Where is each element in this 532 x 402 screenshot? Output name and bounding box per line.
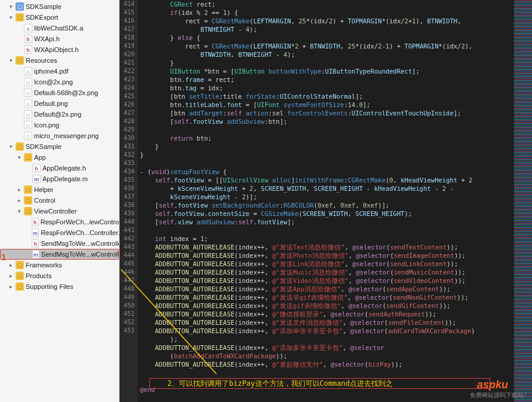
watermark-logo: aspku	[477, 379, 508, 391]
file-icon: ▢	[16, 13, 24, 22]
file-icon: a	[24, 24, 32, 32]
tree-item[interactable]: mRespForWeCh...Controller.mm	[0, 227, 119, 238]
file-label: Helper	[34, 186, 53, 193]
file-label: AppDelegate.m	[42, 175, 88, 182]
tree-item[interactable]: hSendMsgToWe...wController.h	[0, 238, 119, 249]
disclosure-icon: ▸	[18, 197, 24, 203]
file-icon: ▢	[16, 272, 24, 280]
watermark-text: 免费网站源码下载站!	[470, 391, 527, 400]
disclosure-icon: ▸	[10, 262, 16, 268]
file-icon: h	[32, 239, 39, 248]
file-label: Default@2x.png	[34, 111, 81, 118]
file-icon: h	[32, 164, 41, 172]
file-icon: ▢	[24, 185, 32, 194]
tree-item[interactable]: ◻Default-568h@2x.png	[0, 87, 119, 98]
file-label: Products	[26, 272, 51, 279]
tree-item[interactable]: ▾▢Resources	[0, 55, 119, 66]
file-icon: ▢	[16, 2, 24, 11]
file-icon: m	[32, 250, 39, 258]
file-icon: ▢	[16, 261, 24, 269]
tree-item[interactable]: hRespForWeCh...iewController.h	[0, 217, 119, 227]
tree-item[interactable]: ▾▢App	[0, 152, 119, 163]
disclosure-icon: ▸	[18, 187, 24, 193]
annotation-text-2: 2、可以找到调用了bizPay这个方法，我们可以Command点进去找到之	[167, 379, 393, 389]
tree-item[interactable]: ▾▢SDKExport	[0, 12, 119, 23]
tree-item[interactable]: hAppDelegate.h	[0, 163, 119, 173]
file-label: Control	[34, 197, 55, 204]
tree-item[interactable]: ▸▢Helper	[0, 184, 119, 195]
file-icon: ▢	[16, 56, 24, 65]
tree-item[interactable]: ◻Default.png	[0, 98, 119, 109]
tree-item[interactable]: alibWeChatSDK.a	[0, 23, 119, 34]
file-icon: ◻	[24, 132, 32, 140]
file-icon: ◻	[24, 110, 32, 118]
tree-item[interactable]: ▸▢Frameworks	[0, 260, 119, 270]
tree-item[interactable]: hWXApi.h	[0, 34, 119, 44]
file-label: SDKSample	[26, 3, 62, 10]
file-label: libWeChatSDK.a	[34, 25, 83, 32]
file-label: Frameworks	[26, 261, 62, 269]
disclosure-icon: ▾	[10, 4, 16, 10]
disclosure-icon: ▾	[10, 144, 16, 150]
file-icon: ◻	[24, 121, 32, 129]
file-label: Resources	[26, 57, 57, 64]
tree-item[interactable]: ▸▢Products	[0, 270, 119, 281]
tree-item[interactable]: ▾▢SDKSample	[0, 1, 119, 12]
file-label: RespForWeCh...Controller.mm	[41, 229, 119, 236]
line-gutter: 414 415 416 417 418 419 420 421 422 423 …	[120, 0, 137, 402]
file-icon: ◻	[24, 99, 32, 108]
disclosure-icon: ▾	[18, 208, 24, 214]
file-label: SendMsgToWe...wController.h	[41, 240, 119, 247]
file-label: Icon@2x.png	[34, 78, 73, 86]
tree-item[interactable]: ▾▢ViewController	[0, 206, 119, 217]
disclosure-icon: ▾	[10, 57, 16, 63]
file-icon: ▢	[16, 282, 24, 291]
file-icon: h	[24, 35, 32, 43]
tree-item[interactable]: ▸▢Control	[0, 195, 119, 206]
project-navigator[interactable]: ▾▢SDKSample▾▢SDKExportalibWeChatSDK.ahWX…	[0, 0, 120, 402]
tree-item[interactable]: ◻Icon.png	[0, 120, 119, 130]
disclosure-icon: ▸	[10, 273, 16, 279]
tree-item[interactable]: ▸▢Supporting Files	[0, 281, 119, 292]
file-label: WXApi.h	[34, 35, 60, 42]
file-label: Supporting Files	[26, 283, 74, 290]
tree-item[interactable]: hWXApiObject.h	[0, 44, 119, 55]
code-area[interactable]: CGRect rect; if(idx % 2 == 1) { rect = C…	[137, 0, 514, 402]
tree-item[interactable]: mAppDelegate.m	[0, 173, 119, 184]
file-icon: ▢	[24, 196, 32, 205]
disclosure-icon: ▾	[10, 14, 16, 20]
file-icon: h	[24, 45, 32, 54]
tree-item[interactable]: ◻iphone4.pdf	[0, 66, 119, 77]
file-icon: m	[32, 175, 41, 183]
file-icon: ▢	[16, 142, 24, 151]
file-label: RespForWeCh...iewController.h	[41, 218, 119, 226]
file-label: Default-568h@2x.png	[34, 89, 98, 96]
file-icon: ◻	[24, 78, 32, 86]
file-label: AppDelegate.h	[42, 165, 86, 172]
file-label: SendMsgToWe...wController.m	[41, 251, 118, 258]
tree-item[interactable]: ◻Icon@2x.png	[0, 77, 119, 87]
file-label: App	[34, 154, 46, 161]
file-icon: ◻	[24, 89, 32, 97]
annotation-1: 1	[1, 252, 6, 262]
minimap[interactable]	[514, 0, 532, 402]
file-label: SDKSample	[26, 143, 62, 150]
file-icon: ▢	[24, 207, 32, 215]
file-label: Icon.png	[34, 121, 59, 129]
file-label: micro_messenger.png	[34, 132, 99, 139]
file-label: SDKExport	[26, 14, 58, 21]
file-icon: ▢	[24, 153, 32, 162]
file-label: iphone4.pdf	[34, 68, 69, 75]
file-icon: m	[32, 229, 39, 237]
tree-item[interactable]: ◻Default@2x.png	[0, 109, 119, 120]
disclosure-icon: ▾	[18, 154, 24, 160]
file-icon: h	[32, 218, 39, 226]
file-label: WXApiObject.h	[34, 46, 79, 53]
code-editor[interactable]: 414 415 416 417 418 419 420 421 422 423 …	[120, 0, 532, 402]
file-label: Default.png	[34, 100, 68, 107]
file-label: ViewController	[34, 208, 77, 215]
tree-item[interactable]: ◻micro_messenger.png	[0, 130, 119, 141]
file-icon: ◻	[24, 67, 32, 75]
tree-item[interactable]: ▾▢SDKSample	[0, 141, 119, 152]
tree-item[interactable]: mSendMsgToWe...wController.m	[0, 249, 119, 260]
